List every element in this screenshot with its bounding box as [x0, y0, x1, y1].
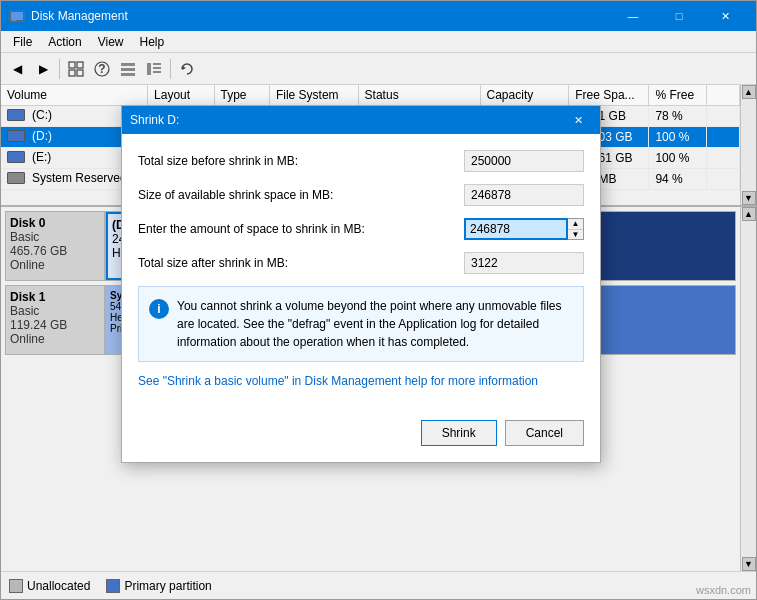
field-available: Size of available shrink space in MB: 24…	[138, 184, 584, 206]
menu-bar: File Action View Help	[1, 31, 756, 53]
spin-up-btn[interactable]: ▲	[568, 219, 583, 230]
menu-file[interactable]: File	[5, 33, 40, 51]
refresh-btn[interactable]	[175, 57, 199, 81]
field-available-label: Size of available shrink space in MB:	[138, 188, 464, 202]
info-text: You cannot shrink a volume beyond the po…	[177, 297, 573, 351]
svg-rect-13	[153, 63, 161, 65]
field-shrink-amount: Enter the amount of space to shrink in M…	[138, 218, 584, 240]
menu-view[interactable]: View	[90, 33, 132, 51]
svg-rect-15	[153, 71, 161, 73]
info-icon: i	[149, 299, 169, 319]
field-total-after-label: Total size after shrink in MB:	[138, 256, 464, 270]
shrink-input-group: ▲ ▼	[464, 218, 584, 240]
spin-down-btn[interactable]: ▼	[568, 230, 583, 240]
svg-rect-4	[77, 62, 83, 68]
status-bar: Unallocated Primary partition	[1, 571, 756, 599]
app-icon	[9, 8, 25, 24]
list-btn[interactable]	[116, 57, 140, 81]
toolbar: ◀ ▶ ?	[1, 53, 756, 85]
dialog-title: Shrink D:	[130, 113, 564, 127]
separator-2	[170, 59, 171, 79]
menu-help[interactable]: Help	[132, 33, 173, 51]
help-text: See "Shrink a basic volume" in Disk Mana…	[138, 374, 584, 388]
detail-btn[interactable]	[142, 57, 166, 81]
dialog-footer: Shrink Cancel	[122, 420, 600, 462]
field-available-value: 246878	[464, 184, 584, 206]
field-total-after: Total size after shrink in MB: 3122	[138, 252, 584, 274]
field-total-size-label: Total size before shrink in MB:	[138, 154, 464, 168]
shrink-dialog: Shrink D: ✕ Total size before shrink in …	[121, 105, 601, 463]
field-shrink-amount-label: Enter the amount of space to shrink in M…	[138, 222, 464, 236]
svg-rect-2	[12, 19, 16, 21]
svg-rect-14	[153, 67, 161, 69]
shrink-btn[interactable]: Shrink	[421, 420, 497, 446]
dialog-close-btn[interactable]: ✕	[564, 106, 592, 134]
legend-unallocated: Unallocated	[9, 579, 90, 593]
legend-unallocated-label: Unallocated	[27, 579, 90, 593]
title-bar: Disk Management — □ ✕	[1, 1, 756, 31]
svg-rect-1	[11, 12, 23, 20]
field-total-size-value: 250000	[464, 150, 584, 172]
maximize-btn[interactable]: □	[656, 1, 702, 31]
forward-btn[interactable]: ▶	[31, 57, 55, 81]
cancel-btn[interactable]: Cancel	[505, 420, 584, 446]
grid-btn[interactable]	[64, 57, 88, 81]
info-box: i You cannot shrink a volume beyond the …	[138, 286, 584, 362]
svg-text:?: ?	[98, 62, 105, 76]
spin-buttons: ▲ ▼	[568, 218, 584, 240]
svg-rect-12	[147, 63, 151, 75]
close-btn[interactable]: ✕	[702, 1, 748, 31]
legend-primary-label: Primary partition	[124, 579, 211, 593]
dialog-overlay: Shrink D: ✕ Total size before shrink in …	[1, 85, 756, 571]
svg-rect-3	[69, 62, 75, 68]
separator-1	[59, 59, 60, 79]
help-link[interactable]: See "Shrink a basic volume" in Disk Mana…	[138, 374, 538, 388]
back-btn[interactable]: ◀	[5, 57, 29, 81]
dialog-body: Total size before shrink in MB: 250000 S…	[122, 134, 600, 420]
shrink-amount-input[interactable]	[464, 218, 568, 240]
field-total-after-value: 3122	[464, 252, 584, 274]
watermark: wsxdn.com	[696, 584, 751, 596]
help-btn[interactable]: ?	[90, 57, 114, 81]
menu-action[interactable]: Action	[40, 33, 89, 51]
svg-rect-5	[69, 70, 75, 76]
legend-primary-box	[106, 579, 120, 593]
window-title: Disk Management	[31, 9, 610, 23]
legend-unallocated-box	[9, 579, 23, 593]
minimize-btn[interactable]: —	[610, 1, 656, 31]
svg-marker-16	[182, 66, 186, 70]
window-controls: — □ ✕	[610, 1, 748, 31]
field-total-size: Total size before shrink in MB: 250000	[138, 150, 584, 172]
svg-rect-6	[77, 70, 83, 76]
dialog-title-bar: Shrink D: ✕	[122, 106, 600, 134]
main-window: Disk Management — □ ✕ File Action View H…	[0, 0, 757, 600]
legend-primary: Primary partition	[106, 579, 211, 593]
svg-rect-11	[121, 73, 135, 76]
svg-rect-9	[121, 63, 135, 66]
svg-rect-10	[121, 68, 135, 71]
content-area: Volume Layout Type File System Status Ca…	[1, 85, 756, 571]
